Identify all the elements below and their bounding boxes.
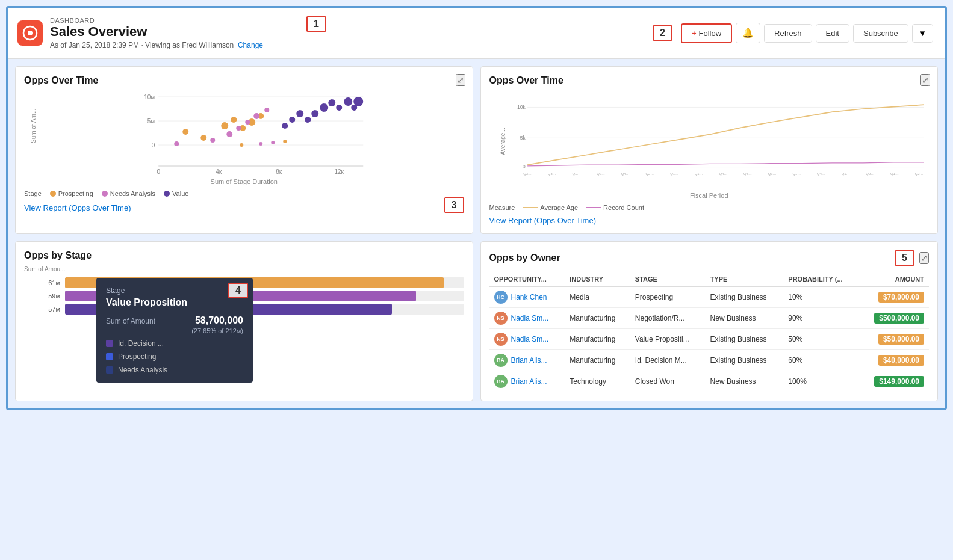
opps-owner-table: OPPORTUNITY... INDUSTRY STAGE TYPE PROBA…: [489, 272, 930, 392]
owner-title: Opps by Owner: [489, 253, 560, 263]
svg-point-41: [283, 140, 287, 143]
owner-link-4[interactable]: Brian Alis...: [511, 377, 547, 386]
owner-expand-button[interactable]: ⤢: [919, 252, 929, 264]
svg-text:Q4…: Q4…: [817, 172, 825, 176]
table-row: NS Nadia Sm... Manufacturing Value Propo…: [489, 329, 930, 350]
line-view-report-link[interactable]: View Report (Opps Over Time): [489, 216, 596, 225]
tooltip-amount-value: 58,700,000: [195, 315, 243, 326]
scatter-legend: Stage Prospecting Needs Analysis Value: [24, 190, 464, 197]
cell-industry-4: Technology: [565, 371, 630, 392]
tooltip-legend-label-3: Needs Analysis: [118, 366, 167, 374]
owner-link-0[interactable]: Hank Chen: [511, 293, 547, 301]
svg-text:Q1…: Q1…: [572, 172, 580, 176]
col-probability: PROBABILITY (...: [783, 272, 858, 287]
cell-owner-0: HC Hank Chen: [489, 287, 565, 308]
bell-icon: 🔔: [742, 28, 754, 38]
owner-avatar-1: NS: [494, 312, 508, 325]
annotation-1: 1: [306, 16, 326, 32]
legend-value: Value: [164, 190, 188, 197]
svg-text:Q3…: Q3…: [523, 172, 532, 176]
scatter-title: Opps Over Time: [24, 75, 464, 86]
table-row: NS Nadia Sm... Manufacturing Negotiation…: [489, 308, 930, 329]
tooltip-legend-sq-2: [106, 353, 113, 360]
annotation-3: 3: [444, 197, 464, 213]
title-area: DASHBOARD Sales Overview As of Jan 25, 2…: [50, 17, 263, 49]
header-subtitle: As of Jan 25, 2018 2:39 PM · Viewing as …: [50, 41, 263, 49]
svg-point-39: [259, 142, 262, 146]
chevron-down-icon: ▼: [919, 29, 927, 38]
header-left: DASHBOARD Sales Overview As of Jan 25, 2…: [17, 16, 326, 50]
dropdown-button[interactable]: ▼: [912, 24, 933, 43]
dashboard-header: DASHBOARD Sales Overview As of Jan 25, 2…: [8, 8, 945, 59]
owner-link-2[interactable]: Nadia Sm...: [511, 335, 549, 343]
content-area: Opps Over Time ⤢ Sum of Am... 10м 5м 0 0…: [8, 59, 945, 408]
cell-type-1: New Business: [706, 308, 784, 329]
svg-point-40: [271, 141, 275, 144]
svg-text:Q2…: Q2…: [866, 172, 874, 176]
cell-owner-2: NS Nadia Sm...: [489, 329, 565, 350]
svg-text:Q4…: Q4…: [621, 172, 629, 176]
svg-point-30: [336, 105, 342, 111]
svg-point-31: [344, 97, 352, 106]
notifications-button[interactable]: 🔔: [736, 23, 760, 43]
annotation-2: 2: [653, 25, 672, 41]
tooltip-legend-sq-1: [106, 340, 113, 347]
svg-point-35: [296, 110, 303, 117]
stage-y-label: Sum of Amou...: [24, 266, 464, 272]
svg-text:Q2…: Q2…: [914, 172, 923, 176]
owner-avatar-4: BA: [494, 375, 508, 388]
owner-link-3[interactable]: Brian Alis...: [511, 356, 547, 365]
prospecting-dot: [50, 191, 56, 197]
cell-probability-1: 90%: [783, 308, 858, 329]
cell-probability-2: 50%: [783, 329, 858, 350]
amount-badge-2: $50,000.00: [878, 334, 924, 345]
scatter-expand-button[interactable]: ⤢: [456, 74, 465, 86]
cell-amount-0: $70,000.00: [859, 287, 929, 308]
col-opportunity: OPPORTUNITY...: [489, 272, 565, 287]
scatter-chart-svg: 10м 5м 0 0 4к 8к 12к: [46, 91, 464, 175]
cell-amount-3: $40,000.00: [859, 350, 929, 371]
cell-type-2: Existing Business: [706, 329, 784, 350]
svg-text:Q3…: Q3…: [547, 172, 556, 176]
refresh-button[interactable]: Refresh: [764, 24, 812, 43]
edit-button[interactable]: Edit: [816, 24, 849, 43]
cell-industry-1: Manufacturing: [565, 308, 630, 329]
svg-point-15: [221, 122, 228, 129]
cell-type-0: Existing Business: [706, 287, 784, 308]
owner-avatar-3: BA: [494, 354, 508, 367]
svg-text:Q1…: Q1…: [841, 172, 849, 176]
table-body: HC Hank Chen Media Prospecting Existing …: [489, 287, 930, 392]
owner-link-1[interactable]: Nadia Sm...: [511, 314, 549, 322]
svg-text:Q3…: Q3…: [743, 172, 752, 176]
dashboard-label: DASHBOARD: [50, 17, 263, 24]
subtitle-text: As of Jan 25, 2018 2:39 PM · Viewing as …: [50, 41, 234, 49]
svg-text:8к: 8к: [276, 168, 282, 175]
change-link[interactable]: Change: [238, 41, 263, 49]
svg-point-33: [353, 97, 363, 106]
opps-line-card: Opps Over Time ⤢ Average... 10k 5k 0: [480, 66, 939, 234]
cell-owner-4: BA Brian Alis...: [489, 371, 565, 392]
svg-point-29: [328, 99, 335, 106]
annotation-4: 4: [228, 283, 248, 298]
scatter-view-report-link[interactable]: View Report (Opps Over Time): [24, 203, 131, 212]
legend-prospecting: Prospecting: [50, 190, 93, 197]
scatter-y-label: Sum of Am...: [30, 125, 37, 143]
svg-text:0: 0: [523, 164, 526, 170]
cell-probability-4: 100%: [783, 371, 858, 392]
legend-needs-analysis: Needs Analysis: [102, 190, 155, 197]
cell-type-3: Existing Business: [706, 350, 784, 371]
svg-point-23: [236, 126, 241, 131]
line-expand-button[interactable]: ⤢: [920, 74, 930, 86]
svg-point-14: [200, 135, 206, 141]
svg-point-24: [245, 120, 250, 125]
cell-stage-3: Id. Decision M...: [630, 350, 706, 371]
col-stage: STAGE: [630, 272, 706, 287]
follow-button[interactable]: + Follow: [681, 23, 732, 43]
svg-text:Q2…: Q2…: [597, 172, 605, 176]
opps-owner-card: Opps by Owner 5 ⤢ OPPORTUNITY... INDUSTR…: [480, 241, 939, 401]
svg-point-37: [282, 123, 288, 129]
svg-text:Q1…: Q1…: [694, 172, 703, 176]
svg-text:Q1…: Q1…: [890, 172, 899, 176]
subscribe-button[interactable]: Subscribe: [853, 24, 908, 43]
amount-badge-0: $70,000.00: [878, 292, 924, 303]
